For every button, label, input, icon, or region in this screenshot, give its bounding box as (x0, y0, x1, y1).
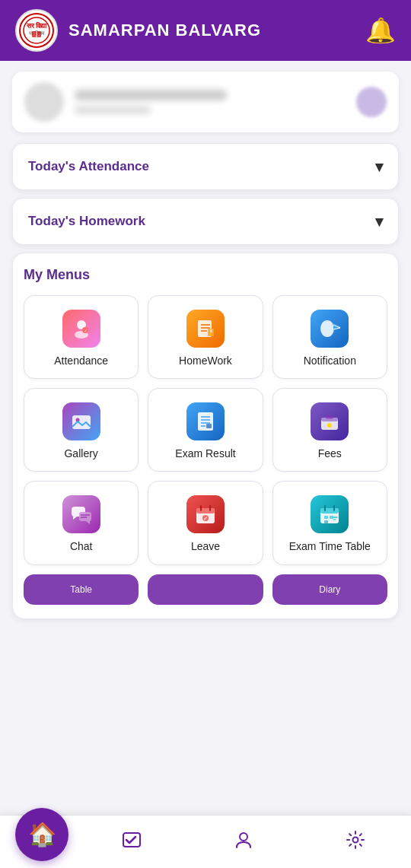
nav-item-settings[interactable] (346, 830, 365, 854)
attendance-label: Attendance (54, 354, 108, 367)
leave-label: Leave (191, 539, 220, 553)
svg-point-31 (327, 423, 332, 428)
menu-item-gallery[interactable]: Gallery (24, 388, 139, 472)
svg-marker-34 (73, 517, 77, 520)
home-nav-button[interactable]: 🏠 (15, 808, 68, 861)
menu-item-chat[interactable]: Chat (24, 481, 139, 564)
svg-rect-35 (79, 512, 91, 521)
svg-marker-36 (86, 521, 90, 524)
app-title: SAMARPAN BALVARG (68, 21, 261, 40)
svg-text:✓: ✓ (203, 516, 208, 521)
svg-point-17 (320, 320, 334, 337)
menus-section-title: My Menus (24, 267, 387, 283)
menu-item-fees[interactable]: Fees (272, 388, 387, 472)
menus-grid: ✓ Attendance HomeWork Notification Galle… (24, 295, 387, 565)
exam-result-icon (186, 402, 225, 440)
homework-dropdown-label: Today's Homework (28, 214, 145, 229)
svg-rect-51 (324, 520, 328, 523)
menu-item-attendance[interactable]: ✓ Attendance (24, 295, 139, 379)
exam-result-label: Exam Result (175, 447, 235, 460)
svg-rect-49 (324, 516, 328, 519)
chat-icon (62, 495, 100, 533)
svg-rect-32 (326, 415, 333, 419)
partial-label-1: Table (70, 584, 92, 595)
exam-timetable-label: Exam Time Table (289, 539, 371, 553)
gallery-icon (62, 402, 100, 440)
nav-items (68, 830, 411, 854)
home-nav-icon: 🏠 (28, 821, 56, 847)
nav-item-profile[interactable] (234, 830, 253, 854)
user-sub-blur (75, 106, 151, 114)
partial-menu-3[interactable]: Diary (272, 574, 387, 605)
header-left: सर विद्या या विभव SAMARPAN BALVARG (15, 9, 261, 52)
app-header: सर विद्या या विभव SAMARPAN BALVARG 🔔 (0, 0, 411, 61)
svg-text:सर विद्या: सर विद्या (26, 21, 48, 30)
notification-label: Notification (304, 354, 356, 367)
menus-partial-row: Table Diary (24, 574, 387, 605)
user-info (75, 90, 346, 114)
attendance-dropdown[interactable]: Today's Attendance ▾ (12, 143, 399, 190)
bottom-nav: 🏠 (0, 815, 411, 868)
homework-dropdown[interactable]: Today's Homework ▾ (12, 198, 399, 245)
settings-nav-icon (346, 830, 365, 854)
notifications-bell-icon[interactable]: 🔔 (365, 16, 396, 45)
attendance-dropdown-label: Today's Attendance (28, 159, 149, 174)
fees-icon (311, 402, 349, 440)
svg-rect-28 (206, 424, 212, 428)
attendance-icon: ✓ (62, 310, 100, 348)
partial-menu-2[interactable] (148, 574, 263, 605)
menu-item-homework[interactable]: HomeWork (148, 295, 263, 379)
attendance-nav-icon (122, 830, 142, 854)
partial-menu-1[interactable]: Table (24, 574, 139, 605)
user-card (12, 72, 399, 132)
user-name-blur (75, 90, 227, 100)
notification-icon (311, 310, 349, 348)
partial-label-3: Diary (319, 584, 340, 595)
menu-item-exam-result[interactable]: Exam Result (148, 388, 263, 472)
menu-item-exam-timetable[interactable]: Exam Time Table (272, 481, 387, 564)
profile-nav-icon (234, 830, 253, 854)
attendance-dropdown-arrow-icon: ▾ (375, 157, 383, 176)
homework-dropdown-arrow-icon: ▾ (375, 212, 383, 231)
homework-label: HomeWork (179, 354, 232, 367)
nav-item-attendance[interactable] (122, 830, 142, 854)
svg-marker-18 (333, 323, 341, 331)
svg-rect-46 (320, 508, 339, 513)
exam-timetable-icon (311, 495, 349, 533)
leave-icon: ✓ (186, 495, 225, 533)
svg-point-56 (352, 837, 358, 842)
user-secondary-avatar (356, 87, 387, 117)
gallery-label: Gallery (64, 447, 97, 460)
chat-label: Chat (70, 539, 93, 553)
svg-rect-40 (196, 508, 215, 513)
menu-item-leave[interactable]: ✓ Leave (148, 481, 263, 564)
svg-point-55 (240, 833, 247, 841)
app-logo: सर विद्या या विभव (15, 9, 58, 52)
menu-item-notification[interactable]: Notification (272, 295, 387, 379)
homework-icon (186, 310, 225, 348)
user-avatar (24, 82, 64, 122)
menus-card: My Menus ✓ Attendance HomeWork Notificat… (12, 253, 399, 619)
fees-label: Fees (318, 447, 342, 460)
svg-rect-21 (72, 415, 91, 429)
svg-text:✓: ✓ (83, 329, 87, 333)
